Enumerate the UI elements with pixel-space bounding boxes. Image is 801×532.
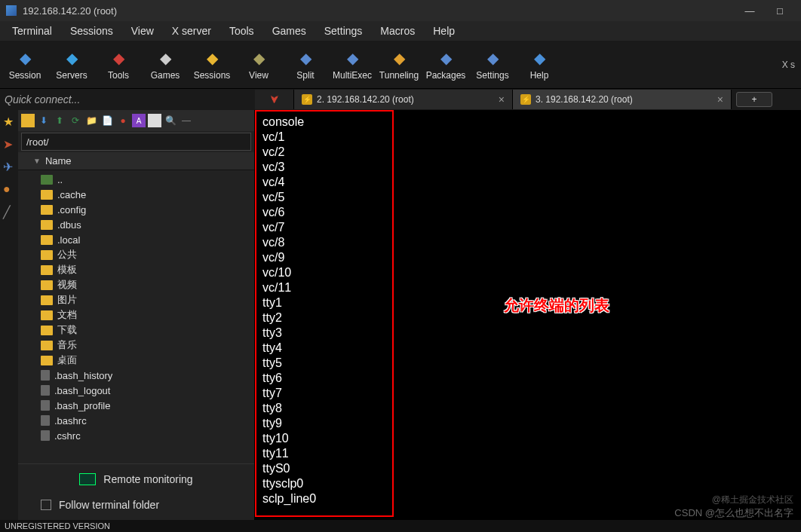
file-row[interactable]: 视频 — [18, 277, 254, 292]
newfile-icon[interactable]: 📄 — [100, 114, 114, 127]
titlebar: 192.168.142.20 (root) — □ — [0, 0, 801, 21]
file-list-header[interactable]: ▼ Name — [18, 152, 254, 170]
tools-icon: ◆ — [109, 49, 127, 67]
minimize-button[interactable]: — — [735, 5, 765, 17]
file-name: .. — [57, 174, 63, 185]
file-row[interactable]: .bash_logout — [18, 383, 254, 398]
path-input[interactable]: /root/ — [21, 133, 251, 151]
tab-new[interactable]: + — [736, 92, 772, 107]
sidebar-toolbar: ⬇ ⬆ ⟳ 📁 📄 ● A 🔍 — — [18, 110, 254, 131]
file-row[interactable]: 公共 — [18, 247, 254, 262]
file-row[interactable]: 桌面 — [18, 353, 254, 368]
file-name: 图片 — [57, 293, 77, 307]
quick-connect-row: Quick connect... ⮟ ⚡ 2. 192.168.142.20 (… — [0, 89, 801, 110]
delete-icon[interactable]: ● — [116, 114, 130, 127]
close-icon[interactable]: × — [499, 93, 505, 105]
slash-icon[interactable]: ╱ — [3, 205, 15, 217]
file-row[interactable]: .bashrc — [18, 413, 254, 428]
toolbar-split[interactable]: ◆Split — [282, 42, 329, 87]
toolbar-games[interactable]: ◆Games — [142, 42, 189, 87]
menu-view[interactable]: View — [122, 25, 163, 37]
remote-monitoring-button[interactable]: Remote monitoring — [26, 473, 247, 485]
menu-games[interactable]: Games — [263, 25, 315, 37]
folder-icon — [41, 280, 53, 290]
file-row[interactable]: .cshrc — [18, 428, 254, 443]
arrow-icon[interactable]: ➤ — [3, 137, 15, 149]
toolbar-label: Tunneling — [379, 70, 419, 81]
file-row[interactable]: 下载 — [18, 323, 254, 338]
tab-session-3[interactable]: ⚡ 3. 192.168.142.20 (root) × — [513, 90, 732, 109]
maximize-button[interactable]: □ — [765, 5, 795, 17]
quick-connect-input[interactable]: Quick connect... — [0, 93, 255, 105]
tab-home[interactable]: ⮟ — [255, 90, 294, 109]
file-browser-sidebar: ⬇ ⬆ ⟳ 📁 📄 ● A 🔍 — /root/ ▼ Name ...cache… — [18, 110, 255, 520]
layout-icon[interactable] — [148, 114, 161, 127]
terminal-line: tty4 — [262, 341, 793, 356]
file-icon — [41, 415, 50, 426]
terminal-line: vc/6 — [262, 205, 793, 220]
terminal-line: vc/1 — [262, 130, 793, 145]
upload-icon[interactable]: ⬆ — [53, 114, 66, 127]
toolbar-multiexec[interactable]: ◆MultiExec — [329, 42, 376, 87]
menu-settings[interactable]: Settings — [315, 25, 372, 37]
plane-icon[interactable]: ✈ — [3, 160, 15, 172]
tab-session-2[interactable]: ⚡ 2. 192.168.142.20 (root) × — [294, 90, 513, 109]
file-list[interactable]: ...cache.config.dbus.local公共模板视频图片文档下载音乐… — [18, 170, 254, 463]
terminal-line: vc/5 — [262, 190, 793, 205]
file-row[interactable]: .cache — [18, 187, 254, 202]
toolbar-help[interactable]: ◆Help — [516, 42, 563, 87]
app-logo-icon — [6, 5, 17, 16]
toolbar-servers[interactable]: ◆Servers — [48, 42, 95, 87]
file-row[interactable]: .. — [18, 172, 254, 187]
star-icon[interactable]: ★ — [3, 115, 15, 127]
close-icon[interactable]: × — [717, 93, 723, 105]
menu-macros[interactable]: Macros — [371, 25, 424, 37]
toolbar-session[interactable]: ◆Session — [2, 42, 48, 87]
folder-icon — [41, 326, 53, 335]
more-icon[interactable]: — — [180, 114, 193, 127]
file-row[interactable]: .bash_history — [18, 368, 254, 383]
toolbar-tools[interactable]: ◆Tools — [95, 42, 142, 87]
folder-icon — [41, 205, 53, 215]
file-row[interactable]: .dbus — [18, 217, 254, 232]
file-row[interactable]: 图片 — [18, 292, 254, 307]
terminal-line: tty3 — [262, 326, 793, 341]
terminal-line: vc/9 — [262, 250, 793, 265]
folder-icon[interactable] — [21, 114, 35, 127]
search-icon[interactable]: 🔍 — [164, 114, 177, 127]
toolbar-packages[interactable]: ◆Packages — [422, 42, 469, 87]
refresh-icon[interactable]: ⟳ — [69, 114, 82, 127]
toolbar-view[interactable]: ◆View — [235, 42, 282, 87]
toolbar-tunneling[interactable]: ◆Tunneling — [376, 42, 422, 87]
newfolder-icon[interactable]: 📁 — [84, 114, 98, 127]
toolbar-settings[interactable]: ◆Settings — [469, 42, 516, 87]
file-row[interactable]: 音乐 — [18, 338, 254, 353]
follow-terminal-checkbox[interactable]: Follow terminal folder — [26, 499, 247, 511]
file-row[interactable]: .bash_profile — [18, 398, 254, 413]
menu-terminal[interactable]: Terminal — [3, 25, 61, 37]
menubar: TerminalSessionsViewX serverToolsGamesSe… — [0, 21, 801, 41]
session-icon: ◆ — [16, 49, 34, 67]
menu-tools[interactable]: Tools — [220, 25, 263, 37]
menu-help[interactable]: Help — [424, 25, 464, 37]
file-name: 模板 — [57, 263, 77, 277]
menu-x-server[interactable]: X server — [163, 25, 220, 37]
file-row[interactable]: 文档 — [18, 307, 254, 323]
file-row[interactable]: .local — [18, 232, 254, 247]
toolbar-sessions[interactable]: ◆Sessions — [189, 42, 235, 87]
toolbar-label: Games — [151, 70, 180, 81]
terminal-line: vc/10 — [262, 265, 793, 280]
terminal-line: tty7 — [262, 386, 793, 401]
file-name: .local — [57, 234, 80, 246]
download-icon[interactable]: ⬇ — [37, 114, 51, 127]
file-name: .bash_history — [54, 370, 112, 381]
toolbar: ◆Session◆Servers◆Tools◆Games◆Sessions◆Vi… — [0, 41, 801, 89]
menu-sessions[interactable]: Sessions — [61, 25, 122, 37]
circle-icon[interactable]: ● — [3, 182, 15, 194]
toolbar-label: Tools — [108, 70, 129, 81]
bookmark-icon[interactable]: A — [132, 114, 146, 127]
toolbar-label: MultiExec — [333, 70, 372, 81]
file-row[interactable]: .config — [18, 202, 254, 217]
file-row[interactable]: 模板 — [18, 262, 254, 277]
status-bar: UNREGISTERED VERSION — [0, 520, 801, 532]
